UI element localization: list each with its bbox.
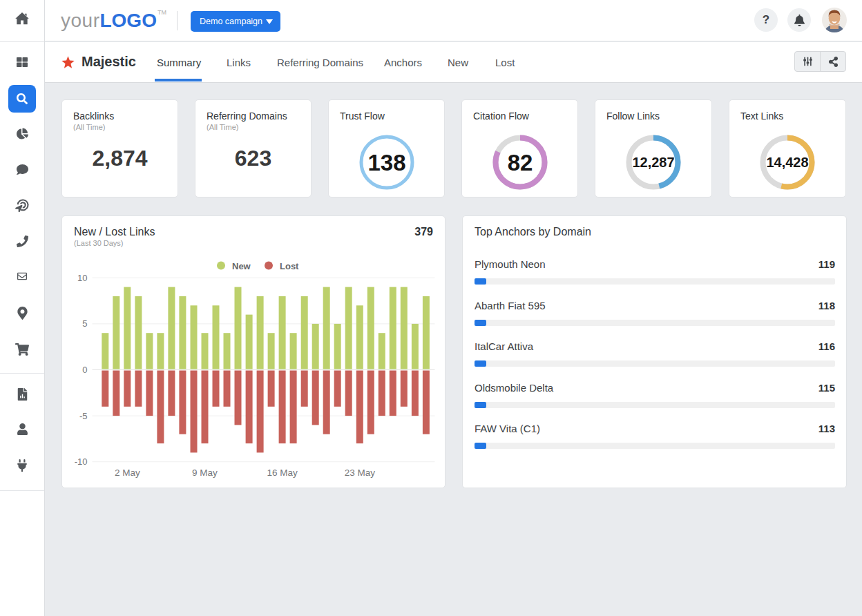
svg-text:New: New xyxy=(232,261,251,271)
svg-text:138: 138 xyxy=(367,150,405,175)
svg-text:2 May: 2 May xyxy=(115,468,140,478)
svg-text:-10: -10 xyxy=(75,456,88,467)
svg-text:5: 5 xyxy=(82,318,87,329)
svg-text:Lost: Lost xyxy=(280,261,299,271)
svg-text:10: 10 xyxy=(77,273,87,283)
svg-text:-5: -5 xyxy=(79,411,88,421)
svg-text:0: 0 xyxy=(82,365,87,375)
svg-text:16 May: 16 May xyxy=(267,468,298,478)
svg-text:14,428: 14,428 xyxy=(766,155,808,170)
svg-text:12,287: 12,287 xyxy=(632,155,674,170)
svg-text:82: 82 xyxy=(507,150,533,175)
svg-text:23 May: 23 May xyxy=(345,468,376,478)
svg-text:9 May: 9 May xyxy=(192,468,218,478)
